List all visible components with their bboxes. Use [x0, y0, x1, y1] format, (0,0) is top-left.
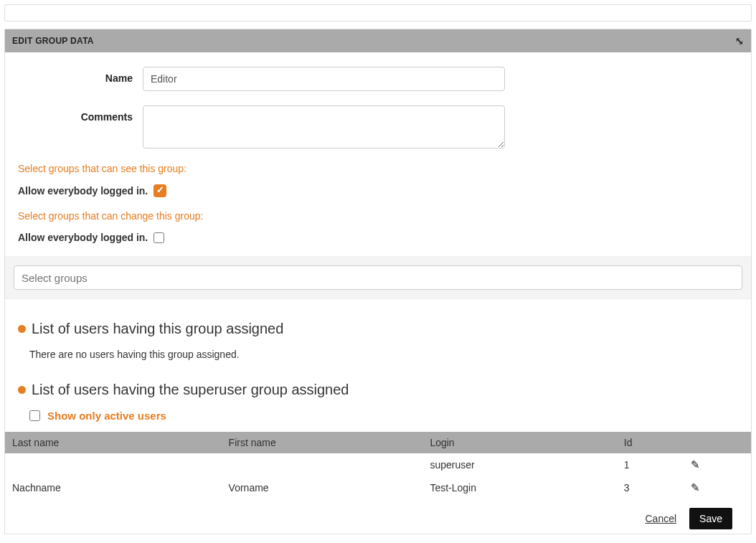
allow-change-row: Allow everybody logged in. — [18, 232, 738, 243]
comments-textarea[interactable] — [143, 105, 505, 148]
save-button[interactable]: Save — [689, 508, 732, 529]
th-lastname[interactable]: Last name — [5, 432, 222, 453]
show-active-row: Show only active users — [29, 410, 742, 422]
superuser-heading: List of users having the superuser group… — [18, 382, 738, 398]
cell-id: 3 — [617, 476, 684, 499]
th-id[interactable]: Id — [617, 432, 684, 453]
show-active-label: Show only active users — [47, 410, 166, 422]
assigned-users-empty: There are no users having this group ass… — [29, 349, 742, 360]
bullet-icon — [18, 386, 26, 394]
table-header-row: Last name First name Login Id — [5, 432, 751, 453]
cell-lastname — [5, 453, 222, 476]
edit-group-panel: EDIT GROUP DATA ⤡ Name Comments Select g… — [4, 29, 752, 534]
see-groups-heading: Select groups that can see this group: — [18, 163, 738, 174]
comments-row: Comments — [14, 105, 742, 148]
edit-icon[interactable]: ✎ — [691, 458, 700, 471]
cell-firstname: Vorname — [222, 476, 423, 499]
assigned-users-heading: List of users having this group assigned — [18, 321, 738, 337]
allow-see-checkbox[interactable] — [153, 184, 166, 197]
panel-body: Name Comments Select groups that can see… — [5, 52, 751, 534]
superuser-table: Last name First name Login Id superuser … — [5, 432, 751, 499]
allow-change-label: Allow everybody logged in. — [18, 232, 148, 243]
select-groups-input[interactable] — [14, 265, 742, 290]
allow-change-checkbox[interactable] — [153, 232, 164, 243]
th-login[interactable]: Login — [422, 432, 616, 453]
comments-label: Comments — [14, 105, 143, 123]
footer-actions: Cancel Save — [14, 499, 742, 534]
cell-lastname: Nachname — [5, 476, 222, 499]
cell-id: 1 — [617, 453, 684, 476]
change-groups-heading: Select groups that can change this group… — [18, 210, 738, 222]
table-row: Nachname Vorname Test-Login 3 ✎ — [5, 476, 751, 499]
name-label: Name — [14, 67, 143, 84]
cell-login: Test-Login — [422, 476, 616, 499]
select-groups-wrap — [5, 256, 751, 299]
th-action — [684, 432, 751, 453]
top-spacer — [4, 4, 752, 22]
allow-see-label: Allow everybody logged in. — [18, 185, 148, 197]
th-firstname[interactable]: First name — [222, 432, 423, 453]
name-row: Name — [14, 67, 742, 91]
show-active-checkbox[interactable] — [29, 410, 40, 421]
cell-firstname — [222, 453, 423, 476]
table-row: superuser 1 ✎ — [5, 453, 751, 476]
name-input[interactable] — [143, 67, 505, 91]
panel-title: EDIT GROUP DATA — [12, 36, 94, 46]
cancel-button[interactable]: Cancel — [645, 513, 676, 524]
bullet-icon — [18, 325, 26, 333]
assigned-users-title: List of users having this group assigned — [32, 321, 283, 337]
edit-icon[interactable]: ✎ — [691, 481, 700, 494]
allow-see-row: Allow everybody logged in. — [18, 184, 738, 197]
cell-login: superuser — [422, 453, 616, 476]
superuser-title: List of users having the superuser group… — [32, 382, 349, 398]
collapse-icon[interactable]: ⤡ — [735, 35, 744, 47]
panel-header: EDIT GROUP DATA ⤡ — [5, 29, 751, 52]
